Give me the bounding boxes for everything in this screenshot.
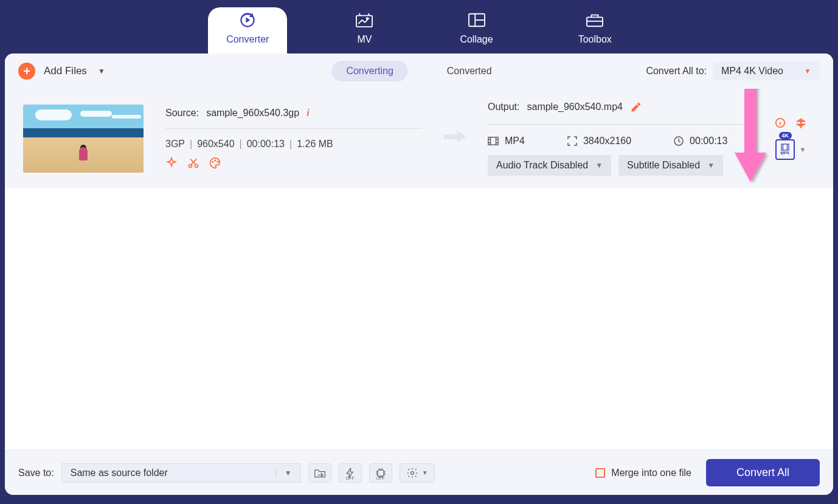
output-right: 4K MP4 ▼	[766, 117, 815, 160]
merge-checkbox[interactable]: Merge into one file	[595, 468, 691, 478]
output-label: Output:	[488, 102, 519, 112]
video-thumbnail[interactable]	[23, 105, 144, 173]
svg-point-12	[215, 160, 216, 161]
cut-icon[interactable]	[187, 157, 199, 169]
svg-rect-23	[781, 144, 789, 150]
source-resolution: 960x540	[197, 139, 234, 150]
output-filename: sample_960x540.mp4	[527, 102, 622, 112]
chevron-down-icon: ▼	[595, 161, 603, 170]
add-files-label: Add Files	[44, 65, 87, 77]
svg-rect-14	[488, 137, 498, 145]
merge-label-text: Merge into one file	[611, 468, 691, 478]
svg-point-10	[195, 165, 198, 168]
chevron-down-icon: ▼	[804, 67, 811, 75]
output-resolution: 3840x2160	[583, 136, 631, 147]
edit-icon[interactable]	[630, 101, 642, 113]
clock-icon	[674, 136, 684, 146]
svg-rect-26	[378, 470, 384, 476]
tab-collage-label: Collage	[460, 34, 493, 45]
subtitle-select[interactable]: Subtitle Disabled ▼	[618, 155, 723, 176]
file-list: Source: sample_960x540.3gp i 3GP | 960x5…	[5, 89, 833, 450]
toolbox-icon	[584, 12, 605, 28]
chevron-down-icon: ▼	[707, 161, 715, 170]
info-icon[interactable]: i	[306, 108, 309, 119]
output-duration: 00:00:13	[690, 136, 727, 147]
tab-collage[interactable]: Collage	[442, 7, 511, 54]
svg-point-27	[410, 471, 414, 474]
output-format: MP4	[505, 136, 525, 147]
tab-converted[interactable]: Converted	[432, 61, 507, 81]
chevron-down-icon: ▼	[800, 146, 806, 153]
add-files-button[interactable]: +	[18, 63, 35, 80]
tab-mv[interactable]: MV	[336, 7, 393, 54]
convert-all-button[interactable]: Convert All	[706, 459, 820, 486]
subtitle-value: Subtitle Disabled	[627, 160, 700, 171]
tab-converter-label: Converter	[226, 34, 269, 45]
svg-point-11	[212, 162, 213, 163]
chevron-down-icon: ▼	[422, 469, 428, 476]
footer-left: Save to: Same as source folder ▼ OFF OFF…	[18, 463, 435, 483]
film-icon	[488, 136, 499, 146]
source-size: 1.26 MB	[297, 139, 333, 150]
film-mini-icon	[781, 143, 789, 151]
divider	[488, 124, 744, 125]
tab-mv-label: MV	[357, 34, 372, 45]
save-folder-select[interactable]: Same as source folder ▼	[61, 463, 301, 483]
mv-icon	[354, 12, 375, 28]
footer-right: Merge into one file Convert All	[595, 459, 820, 486]
main-panel: + Add Files ▼ Converting Converted Conve…	[5, 54, 833, 495]
settings-button[interactable]: ▼	[400, 463, 435, 483]
toolbar-left: + Add Files ▼	[18, 63, 105, 80]
format-selected-value: MP4 4K Video	[721, 66, 783, 77]
audio-track-value: Audio Track Disabled	[496, 160, 588, 171]
arrow-right-icon	[444, 129, 466, 148]
source-format: 3GP	[165, 139, 185, 150]
audio-track-select[interactable]: Audio Track Disabled ▼	[488, 155, 611, 176]
source-filename: sample_960x540.3gp	[206, 108, 299, 119]
source-duration: 00:00:13	[247, 139, 285, 150]
toolbar-right: Convert All to: MP4 4K Video ▼	[646, 62, 820, 80]
tab-toolbox[interactable]: Toolbox	[560, 7, 630, 54]
converter-icon	[237, 12, 258, 28]
info-circle-icon[interactable]	[775, 117, 786, 128]
output-info: Output: sample_960x540.mp4 MP4 3840x2160	[488, 101, 744, 176]
format-chip-label: MP4	[780, 151, 789, 155]
output-format-badge[interactable]: 4K MP4 ▼	[775, 139, 806, 160]
save-folder-value: Same as source folder	[71, 468, 275, 478]
svg-point-13	[217, 162, 218, 163]
hw-accel-button[interactable]: OFF	[339, 463, 362, 483]
save-to-label: Save to:	[18, 468, 54, 478]
header-tabs: Converter MV Collage	[0, 0, 838, 54]
gpu-button[interactable]: OFF	[369, 463, 392, 483]
svg-point-9	[189, 165, 192, 168]
tab-toolbox-label: Toolbox	[578, 34, 612, 45]
source-info: Source: sample_960x540.3gp i 3GP | 960x5…	[165, 108, 422, 169]
file-item: Source: sample_960x540.3gp i 3GP | 960x5…	[5, 89, 833, 188]
expand-icon	[567, 136, 577, 146]
checkbox-icon	[595, 468, 605, 478]
compress-icon[interactable]	[795, 117, 806, 128]
source-label: Source:	[165, 108, 199, 119]
annotation-arrow	[732, 89, 769, 183]
toolbar: + Add Files ▼ Converting Converted Conve…	[5, 54, 833, 89]
svg-point-3	[366, 17, 369, 19]
toolbar-center: Converting Converted	[331, 61, 506, 81]
tab-converting[interactable]: Converting	[331, 61, 407, 81]
collage-icon	[466, 12, 487, 28]
tab-converter[interactable]: Converter	[208, 7, 287, 54]
chevron-down-icon: ▼	[275, 469, 292, 477]
open-folder-button[interactable]	[308, 463, 331, 483]
format-select[interactable]: MP4 4K Video ▼	[713, 62, 820, 80]
add-files-dropdown[interactable]: ▼	[98, 67, 105, 75]
svg-marker-1	[246, 18, 251, 23]
palette-icon[interactable]	[209, 157, 221, 169]
convert-all-to-label: Convert All to:	[646, 66, 707, 77]
divider	[165, 128, 422, 129]
badge-4k: 4K	[779, 132, 792, 139]
footer: Save to: Same as source folder ▼ OFF OFF…	[5, 450, 833, 495]
effects-icon[interactable]	[165, 157, 178, 169]
